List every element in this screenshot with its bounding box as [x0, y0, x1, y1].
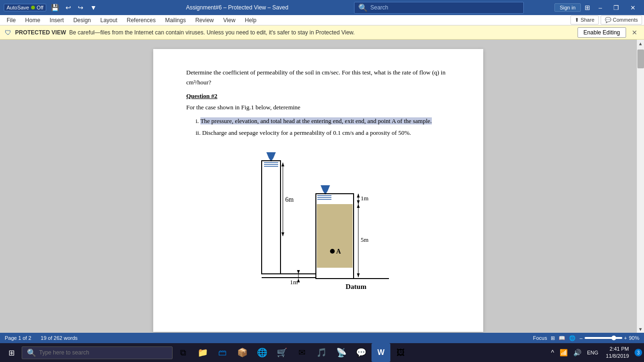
taskbar-word[interactable]: W — [372, 343, 390, 362]
autosave-label: AutoSave — [7, 5, 29, 10]
taskbar-right: ^ 📶 🔊 ENG 2:41 PM 11/8/2019 3 — [549, 346, 642, 360]
clock-date: 11/8/2019 — [606, 353, 629, 360]
svg-text:1m: 1m — [361, 195, 369, 202]
notification-badge[interactable]: 3 — [635, 349, 642, 356]
zoom-slider[interactable] — [585, 337, 622, 339]
close-button[interactable]: ✕ — [626, 2, 640, 13]
undo-icon[interactable]: ↩ — [64, 3, 73, 12]
layout-view-button[interactable]: ⊞ — [551, 335, 555, 341]
taskbar-amazon[interactable]: 🛒 — [272, 343, 291, 362]
zoom-control: – + 90% — [579, 335, 639, 341]
tray-lang[interactable]: ENG — [585, 349, 600, 356]
sign-in-button[interactable]: Sign in — [554, 3, 581, 12]
zoom-thumb[interactable] — [611, 336, 616, 340]
taskbar-search-box: 🔍 — [22, 346, 173, 359]
focus-button[interactable]: Focus — [533, 335, 547, 341]
scroll-down-arrow[interactable]: ▼ — [637, 325, 644, 333]
point-a-dot — [330, 249, 335, 254]
status-bar: Page 1 of 2 19 of 262 words Focus ⊞ 📖 🌐 … — [0, 333, 644, 343]
svg-marker-19 — [357, 273, 360, 277]
autosave-state: Off — [37, 5, 43, 10]
svg-marker-18 — [357, 204, 360, 208]
permeability-diagram: 6m — [229, 148, 408, 327]
scroll-thumb[interactable] — [637, 49, 644, 68]
menu-file[interactable]: File — [2, 16, 20, 25]
menu-insert[interactable]: Insert — [45, 16, 68, 25]
menu-bar: File Home Insert Design Layout Reference… — [0, 15, 644, 25]
enable-editing-button[interactable]: Enable Editing — [578, 27, 626, 38]
vertical-scrollbar[interactable]: ▲ ▼ — [636, 40, 644, 333]
svg-marker-15 — [357, 200, 360, 204]
document-container[interactable]: Determine the coefficient of permeabilit… — [0, 40, 636, 333]
menu-home[interactable]: Home — [20, 16, 45, 25]
scroll-track[interactable] — [637, 47, 644, 325]
comments-button[interactable]: 💬 Comments — [601, 16, 642, 25]
svg-text:5m: 5m — [361, 236, 369, 243]
layout-icon[interactable]: ⊞ — [583, 3, 592, 12]
svg-marker-6 — [281, 232, 284, 236]
taskbar-search-input[interactable] — [39, 349, 167, 356]
zoom-minus[interactable]: – — [579, 335, 582, 341]
search-input[interactable] — [371, 4, 520, 11]
question2-intro: For the case shown in Fig.1 below, deter… — [186, 104, 300, 111]
question2-heading: Question #2 — [186, 91, 217, 101]
taskbar-mail[interactable]: ✉ — [292, 343, 311, 362]
shield-icon: 🛡 — [5, 29, 11, 36]
minimize-button[interactable]: – — [594, 2, 607, 13]
scroll-up-arrow[interactable]: ▲ — [637, 40, 644, 47]
search-area: 🔍 — [354, 2, 524, 14]
autosave-dot — [31, 6, 35, 9]
taskbar-task-view[interactable]: ⧉ — [173, 343, 192, 362]
clock[interactable]: 2:41 PM 11/8/2019 — [602, 346, 633, 360]
taskbar-file-explorer[interactable]: 📁 — [193, 343, 212, 362]
close-protected-bar-button[interactable]: ✕ — [630, 29, 639, 36]
menu-mailings[interactable]: Mailings — [160, 16, 190, 25]
taskbar-photos[interactable]: 🖼 — [391, 343, 410, 362]
svg-marker-5 — [281, 163, 284, 166]
taskbar-edge[interactable]: 🌐 — [253, 343, 272, 362]
svg-text:A: A — [336, 248, 341, 255]
svg-rect-11 — [317, 204, 353, 268]
taskbar-box[interactable]: 📦 — [233, 343, 252, 362]
protected-view-bar: 🛡 PROTECTED VIEW Be careful—files from t… — [0, 25, 644, 40]
taskbar: ⊞ 🔍 ⧉ 📁 🗃 📦 🌐 🛒 ✉ 🎵 📡 💬 W 🖼 ^ 📶 🔊 ENG 2:… — [0, 343, 644, 362]
tray-speaker-icon[interactable]: 🔊 — [571, 348, 583, 357]
taskbar-search-icon: 🔍 — [27, 348, 36, 357]
restore-button[interactable]: ❐ — [609, 2, 624, 13]
start-button[interactable]: ⊞ — [2, 343, 21, 362]
main-area: Determine the coefficient of permeabilit… — [0, 40, 644, 333]
title-bar: AutoSave Off 💾 ↩ ↪ ▼ Assignment#6 – Prot… — [0, 0, 644, 15]
autosave-control[interactable]: AutoSave Off — [4, 4, 46, 11]
menu-review[interactable]: Review — [190, 16, 218, 25]
customize-icon[interactable]: ▼ — [88, 3, 99, 12]
search-icon: 🔍 — [358, 3, 368, 12]
status-right: Focus ⊞ 📖 🌐 – + 90% — [533, 335, 639, 341]
taskbar-network[interactable]: 📡 — [332, 343, 351, 362]
document-page: Determine the coefficient of permeabilit… — [153, 49, 483, 332]
svg-text:1m: 1m — [290, 279, 298, 286]
zoom-plus[interactable]: + — [624, 335, 627, 341]
item-ii-text: Discharge and seepage velocity for a per… — [202, 129, 411, 136]
taskbar-messaging[interactable]: 💬 — [352, 343, 371, 362]
item-i-text: The pressure, elevation, and total head … — [200, 117, 432, 124]
menu-references[interactable]: References — [122, 16, 160, 25]
menu-view[interactable]: View — [219, 16, 240, 25]
page-info: Page 1 of 2 — [5, 335, 31, 341]
para-1: Determine the coefficient of permeabilit… — [186, 68, 450, 88]
taskbar-itunes[interactable]: 🎵 — [312, 343, 331, 362]
read-view-button[interactable]: 📖 — [559, 335, 565, 341]
title-bar-left: AutoSave Off 💾 ↩ ↪ ▼ — [4, 3, 121, 12]
svg-marker-14 — [357, 194, 360, 197]
figure-container: 6m — [186, 148, 450, 327]
menu-help[interactable]: Help — [240, 16, 261, 25]
share-button[interactable]: ⬆ Share — [570, 16, 598, 25]
svg-text:Datum: Datum — [346, 283, 367, 290]
menu-layout[interactable]: Layout — [96, 16, 122, 25]
taskbar-store[interactable]: 🗃 — [213, 343, 232, 362]
save-icon[interactable]: 💾 — [49, 3, 61, 12]
tray-up-arrow[interactable]: ^ — [549, 348, 556, 357]
redo-icon[interactable]: ↪ — [76, 3, 85, 12]
web-view-button[interactable]: 🌐 — [569, 335, 576, 341]
tray-network-icon[interactable]: 📶 — [558, 348, 570, 357]
menu-design[interactable]: Design — [68, 16, 95, 25]
